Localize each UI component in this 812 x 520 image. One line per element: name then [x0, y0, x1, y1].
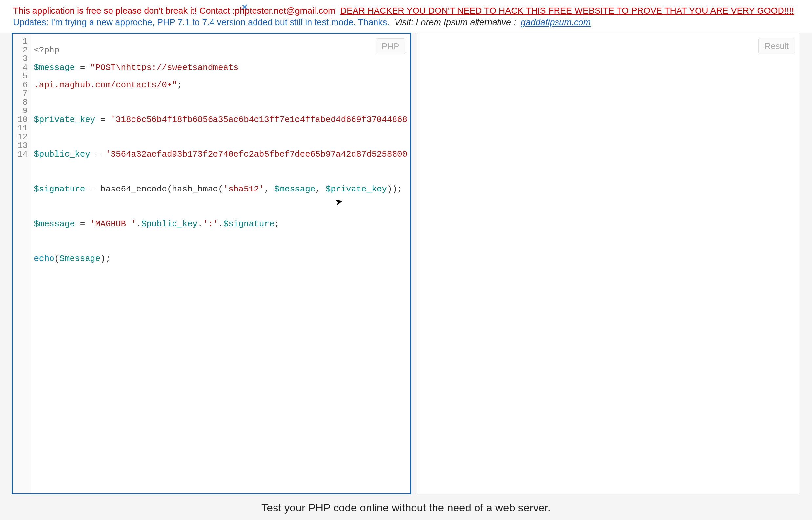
banner-visit: Visit: Lorem Ipsum alternative : [395, 17, 516, 27]
banner-email[interactable]: phptester.net@gmail.com [235, 6, 335, 16]
result-label: Result [758, 38, 795, 54]
panels: PHP 1234567891011121314 <?php $message =… [0, 33, 812, 494]
php-label: PHP [376, 38, 405, 54]
banner: This application is free so please don't… [0, 3, 812, 33]
top-bar: ✕ [0, 0, 812, 3]
banner-text: This application is free so please don't… [13, 6, 235, 16]
banner-updates: Updates: I'm trying a new approche, PHP … [13, 17, 389, 27]
close-icon[interactable]: ✕ [242, 3, 248, 12]
code-content[interactable]: <?php $message = "POST\nhttps://sweetsan… [31, 34, 410, 493]
banner-gaddafi-link[interactable]: gaddafipsum.com [521, 17, 591, 27]
result-panel: Result [417, 33, 800, 494]
banner-hacker-link[interactable]: DEAR HACKER YOU DON'T NEED TO HACK THIS … [340, 6, 794, 16]
code-editor[interactable]: 1234567891011121314 <?php $message = "PO… [13, 34, 410, 493]
line-gutter: 1234567891011121314 [13, 34, 31, 493]
code-panel[interactable]: PHP 1234567891011121314 <?php $message =… [12, 33, 411, 494]
footer-text: Test your PHP code online without the ne… [0, 494, 812, 520]
